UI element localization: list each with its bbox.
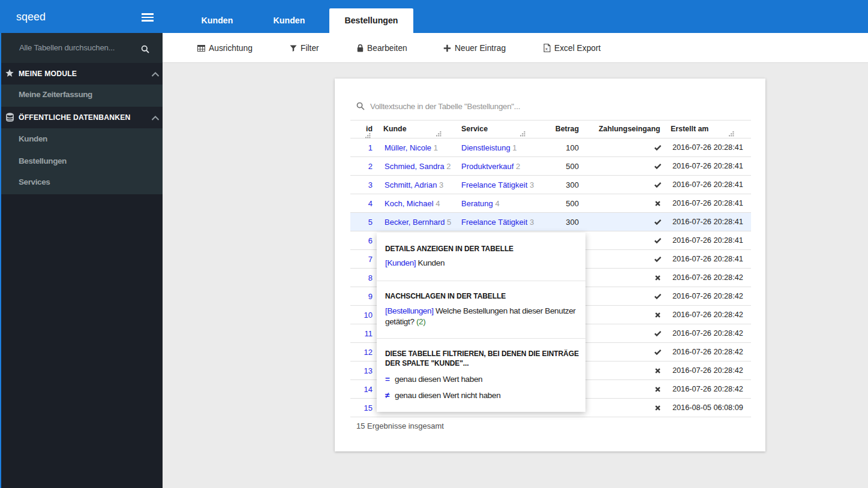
svg-text:x: x xyxy=(545,46,548,52)
